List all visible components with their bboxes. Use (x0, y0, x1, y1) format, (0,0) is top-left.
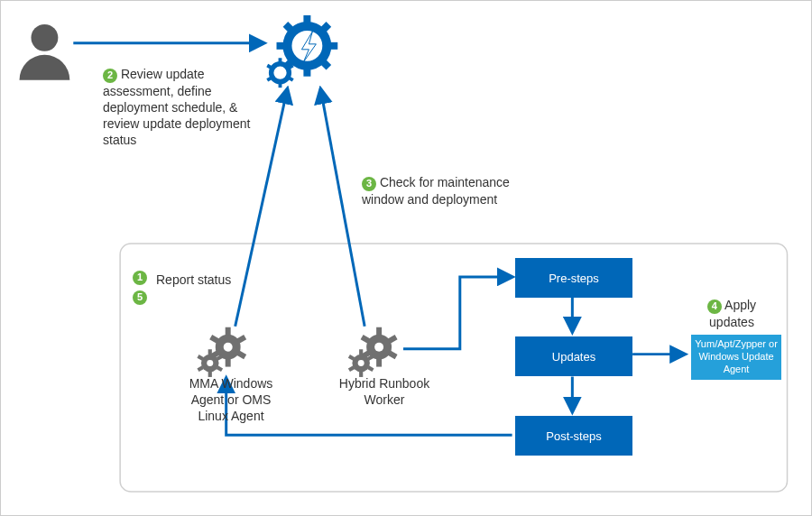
user-icon (20, 24, 70, 80)
svg-point-34 (366, 335, 392, 360)
tool-box: Yum/Apt/Zypper or Windows Update Agent (691, 335, 781, 380)
svg-point-2 (287, 26, 327, 66)
svg-rect-38 (376, 359, 382, 367)
svg-rect-8 (283, 58, 296, 70)
svg-rect-37 (388, 351, 398, 360)
svg-rect-3 (303, 15, 310, 26)
svg-rect-20 (236, 335, 246, 344)
svg-point-41 (374, 343, 383, 352)
svg-rect-35 (376, 327, 382, 336)
svg-rect-32 (197, 355, 204, 361)
svg-rect-17 (266, 64, 272, 69)
svg-line-52 (320, 89, 364, 327)
step-2-text: Review update assessment, define deploym… (103, 67, 250, 147)
step-2-label: 2 Review update assessment, define deplo… (103, 66, 265, 148)
svg-rect-43 (359, 349, 363, 355)
step-3-text: Check for maintenance window and deploym… (362, 175, 510, 207)
svg-point-25 (224, 343, 233, 352)
svg-point-26 (201, 355, 219, 373)
svg-rect-12 (279, 58, 282, 63)
svg-rect-39 (361, 351, 371, 360)
svg-point-18 (216, 335, 241, 360)
step-1-text: Report status (156, 272, 231, 288)
step-5-badge-wrap: 5 (133, 288, 147, 305)
step-1-badge: 1 (133, 271, 147, 285)
automation-icon (266, 15, 337, 88)
svg-rect-14 (288, 76, 294, 81)
step-3-badge: 3 (362, 177, 376, 191)
post-steps-box: Post-steps (515, 416, 632, 456)
svg-rect-15 (279, 82, 282, 88)
svg-point-11 (272, 64, 290, 82)
svg-point-42 (352, 355, 370, 373)
gears-icon (197, 327, 246, 377)
svg-rect-44 (367, 355, 374, 361)
svg-rect-47 (348, 365, 355, 372)
svg-rect-4 (318, 22, 331, 34)
svg-rect-21 (236, 351, 246, 360)
svg-rect-16 (266, 76, 272, 81)
gears-icon (348, 327, 398, 377)
svg-rect-13 (288, 64, 294, 69)
mma-label: MMA Windows Agent or OMS Linux Agent (177, 375, 285, 425)
svg-rect-29 (217, 365, 224, 372)
svg-rect-10 (283, 22, 296, 34)
svg-rect-36 (388, 335, 398, 344)
updates-box: Updates (515, 336, 632, 376)
diagram-canvas: { "steps": { "s1": { "num": "1", "label"… (0, 0, 812, 516)
svg-point-33 (207, 360, 213, 366)
svg-rect-24 (209, 335, 219, 344)
svg-rect-23 (209, 351, 219, 360)
svg-rect-19 (226, 327, 231, 336)
step-2-badge: 2 (103, 69, 117, 83)
step-4-label: 4 Apply updates (687, 297, 777, 330)
svg-rect-6 (318, 58, 331, 70)
svg-rect-7 (303, 66, 310, 77)
step-3-label: 3 Check for maintenance window and deplo… (362, 174, 515, 207)
svg-point-49 (358, 360, 364, 366)
hybrid-label: Hybrid Runbook Worker (330, 375, 438, 408)
svg-rect-31 (197, 365, 204, 372)
step-4-badge: 4 (707, 299, 722, 314)
svg-rect-27 (208, 349, 212, 355)
svg-rect-28 (217, 355, 224, 361)
pre-steps-box: Pre-steps (515, 258, 632, 298)
svg-rect-5 (327, 42, 337, 50)
svg-rect-45 (367, 365, 374, 372)
svg-rect-48 (348, 355, 355, 361)
svg-rect-9 (277, 42, 288, 50)
step-1-badge-wrap: 1 (133, 268, 147, 285)
step-5-badge: 5 (133, 290, 147, 305)
svg-point-1 (31, 24, 58, 51)
svg-rect-40 (361, 335, 371, 344)
svg-rect-22 (226, 359, 231, 367)
